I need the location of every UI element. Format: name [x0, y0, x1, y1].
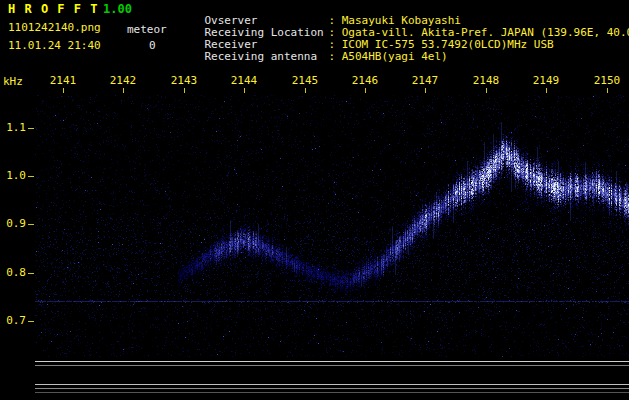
x-tick-mark	[63, 88, 64, 93]
spectrogram-canvas	[35, 95, 629, 357]
y-tick-mark	[28, 224, 34, 225]
level-meter-line	[35, 392, 629, 393]
x-tick-mark	[425, 88, 426, 93]
x-tick-mark	[244, 88, 245, 93]
meteor-counter-label: meteor	[127, 24, 167, 36]
hrofft-screen: H R O F F T 1.00 1101242140.png meteor 1…	[0, 0, 629, 400]
x-tick-label: 2147	[412, 75, 439, 87]
meteor-counter-value: 0	[149, 40, 156, 52]
y-tick-mark	[28, 273, 34, 274]
y-tick-mark	[28, 128, 34, 129]
x-tick-mark	[365, 88, 366, 93]
level-meter-line	[35, 384, 629, 385]
info-separator: :	[329, 50, 336, 63]
y-tick-label: 0.9	[2, 218, 26, 230]
y-tick-label: 1.1	[2, 122, 26, 134]
level-meter-line	[35, 388, 629, 389]
output-filename: 1101242140.png	[8, 22, 101, 34]
x-tick-mark	[305, 88, 306, 93]
info-label: Receiving antenna	[205, 51, 329, 63]
level-meter-line	[35, 361, 629, 362]
x-tick-label: 2144	[231, 75, 258, 87]
x-tick-label: 2149	[533, 75, 560, 87]
x-tick-mark	[486, 88, 487, 93]
level-meter	[0, 358, 629, 400]
y-axis-unit-label: kHz	[3, 76, 23, 88]
x-tick-mark	[123, 88, 124, 93]
app-version: 1.00	[103, 3, 132, 15]
x-tick-label: 2143	[171, 75, 198, 87]
x-tick-label: 2150	[594, 75, 621, 87]
x-tick-mark	[184, 88, 185, 93]
x-tick-label: 2145	[292, 75, 319, 87]
x-tick-mark	[546, 88, 547, 93]
x-tick-label: 2141	[50, 75, 77, 87]
x-tick-mark	[607, 88, 608, 93]
x-tick-label: 2146	[352, 75, 379, 87]
info-row-antenna: Receiving antenna: A504HB(yagi 4el)	[178, 39, 448, 75]
y-tick-label: 1.0	[2, 170, 26, 182]
y-tick-label: 0.8	[2, 267, 26, 279]
y-tick-label: 0.7	[2, 315, 26, 327]
app-title: H R O F F T	[8, 3, 98, 15]
y-tick-mark	[28, 321, 34, 322]
info-value: A504HB(yagi 4el)	[342, 50, 448, 63]
x-tick-label: 2142	[110, 75, 137, 87]
y-tick-mark	[28, 176, 34, 177]
level-meter-line	[35, 365, 629, 366]
datetime-label: 11.01.24 21:40	[8, 40, 101, 52]
x-tick-label: 2148	[473, 75, 500, 87]
